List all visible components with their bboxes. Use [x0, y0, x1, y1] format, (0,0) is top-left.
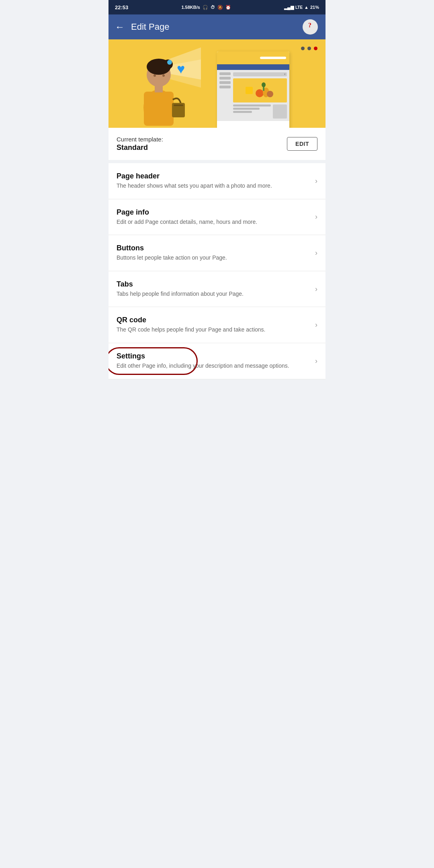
svg-point-13 — [167, 60, 172, 65]
alarm-icon: ⏰ — [225, 5, 231, 10]
chevron-right-icon: › — [315, 213, 317, 221]
svg-rect-7 — [144, 92, 174, 126]
help-circle: ? — [303, 19, 318, 35]
signal-icon: ▂▄▆ — [284, 5, 294, 10]
status-time: 22:53 — [115, 4, 128, 10]
menu-item-settings-desc: Edit other Page info, including your des… — [117, 362, 309, 370]
hero-left: ♥ — [108, 39, 213, 128]
hero-right: ▾ — [213, 39, 326, 128]
menu-item-tabs-content: Tabs Tabs help people find information a… — [117, 280, 315, 298]
chevron-right-icon: › — [315, 249, 317, 257]
chevron-right-icon: › — [315, 177, 317, 185]
timer-icon: ⏱ — [211, 5, 215, 10]
template-name: Standard — [117, 143, 163, 152]
page-title: Edit Page — [131, 22, 301, 32]
back-button[interactable]: ← — [115, 21, 125, 33]
edit-template-button[interactable]: EDIT — [287, 137, 317, 151]
dot-2 — [307, 47, 311, 50]
menu-item-tabs-desc: Tabs help people find information about … — [117, 290, 309, 298]
menu-item-buttons-title: Buttons — [117, 244, 309, 252]
network-speed: 1.58KB/s — [181, 5, 200, 10]
menu-list: Page header The header shows what sets y… — [108, 163, 326, 379]
menu-item-page-header-content: Page header The header shows what sets y… — [117, 172, 315, 190]
help-button[interactable]: ? — [301, 18, 319, 36]
dot-1 — [301, 47, 305, 50]
svg-rect-14 — [155, 84, 163, 92]
menu-item-tabs-title: Tabs — [117, 280, 309, 289]
chevron-right-icon: › — [315, 285, 317, 293]
template-section: Current template: Standard EDIT — [108, 128, 326, 163]
menu-item-page-info-title: Page info — [117, 208, 309, 217]
dot-3 — [314, 47, 317, 50]
wifi-icon: ▲ — [304, 5, 309, 10]
lte-icon: LTE — [295, 5, 303, 10]
menu-item-buttons-desc: Buttons let people take action on your P… — [117, 254, 309, 262]
menu-item-settings-title: Settings — [117, 352, 309, 360]
svg-point-15 — [154, 74, 156, 77]
svg-point-18 — [256, 89, 264, 97]
menu-item-page-header-desc: The header shows what sets you apart wit… — [117, 182, 309, 190]
status-right: ▂▄▆ LTE ▲ 21% — [284, 5, 319, 10]
svg-text:♥: ♥ — [177, 61, 185, 76]
page-mockup: ▾ — [217, 51, 289, 128]
nav-bar: ← Edit Page ? — [108, 14, 326, 39]
help-figure-icon: ? — [303, 19, 318, 35]
svg-point-22 — [262, 82, 266, 87]
headphone-icon: 🎧 — [203, 5, 208, 10]
menu-item-page-header-title: Page header — [117, 172, 309, 180]
menu-item-qr-code[interactable]: QR code The QR code helps people find yo… — [108, 307, 326, 343]
hero-banner: ♥ — [108, 39, 326, 128]
battery-level: 21% — [310, 5, 319, 10]
template-label: Current template: — [117, 136, 163, 143]
svg-point-20 — [267, 91, 273, 97]
svg-rect-9 — [174, 104, 183, 106]
svg-text:?: ? — [308, 22, 311, 29]
menu-item-page-info-desc: Edit or add Page contact details, name, … — [117, 218, 309, 226]
menu-item-settings[interactable]: Settings Edit other Page info, including… — [108, 343, 326, 379]
menu-item-qr-code-desc: The QR code helps people find your Page … — [117, 326, 309, 334]
menu-item-qr-code-title: QR code — [117, 316, 309, 324]
chevron-right-icon: › — [315, 321, 317, 329]
menu-item-page-header[interactable]: Page header The header shows what sets y… — [108, 163, 326, 199]
status-center: 1.58KB/s 🎧 ⏱ 🔕 ⏰ — [181, 5, 231, 10]
svg-point-16 — [162, 74, 165, 77]
template-info: Current template: Standard — [117, 136, 163, 152]
status-bar: 22:53 1.58KB/s 🎧 ⏱ 🔕 ⏰ ▂▄▆ LTE ▲ 21% — [108, 0, 326, 14]
menu-item-tabs[interactable]: Tabs Tabs help people find information a… — [108, 271, 326, 307]
carousel-dots — [301, 47, 317, 50]
menu-item-page-info[interactable]: Page info Edit or add Page contact detai… — [108, 199, 326, 235]
character-illustration: ♥ — [121, 39, 201, 128]
bell-off-icon: 🔕 — [217, 5, 223, 10]
menu-item-page-info-content: Page info Edit or add Page contact detai… — [117, 208, 315, 226]
menu-item-buttons[interactable]: Buttons Buttons let people take action o… — [108, 235, 326, 271]
menu-item-buttons-content: Buttons Buttons let people take action o… — [117, 244, 315, 262]
chevron-right-icon: › — [315, 357, 317, 365]
menu-item-settings-content: Settings Edit other Page info, including… — [117, 352, 315, 370]
menu-item-qr-code-content: QR code The QR code helps people find yo… — [117, 316, 315, 334]
